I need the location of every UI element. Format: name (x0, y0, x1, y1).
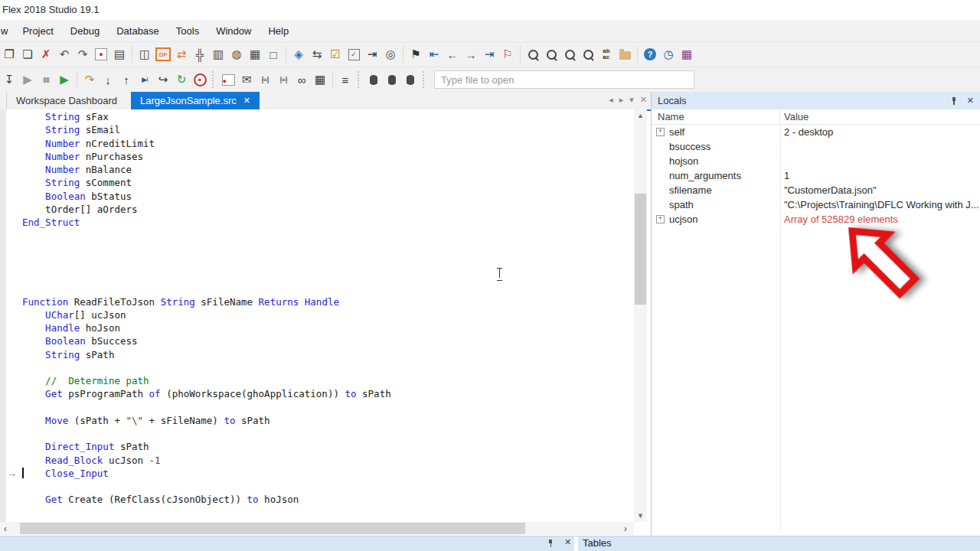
search-prev-icon[interactable] (542, 44, 560, 64)
run-to-cursor-icon[interactable]: ▶I (136, 70, 154, 90)
find-file-icon[interactable]: ◎ (381, 44, 400, 64)
scroll-up-icon[interactable]: ▲ (634, 109, 647, 122)
tab-largejsonsample-src[interactable]: LargeJsonSample.src✕ (131, 92, 260, 109)
table-explorer-icon[interactable]: ▦ (246, 44, 264, 64)
tab-close-icon[interactable]: ✕ (243, 96, 250, 106)
column-header-name[interactable]: Name (652, 109, 780, 124)
break-all-icon[interactable]: ■ (191, 70, 209, 90)
close-icon[interactable]: ✕ (564, 537, 571, 547)
print-icon[interactable]: ▤ (110, 44, 129, 64)
toggle-breakpoint-icon[interactable]: ● (219, 70, 237, 90)
search-in-files-icon[interactable] (579, 44, 597, 64)
compile-icon[interactable]: ◈ (289, 44, 308, 64)
undo-icon[interactable]: ↶ (55, 44, 74, 64)
scroll-right-icon[interactable]: › (620, 522, 631, 535)
org-chart-icon[interactable]: ╬ (191, 44, 209, 64)
locals-row-num_arguments[interactable]: num_arguments1 (652, 168, 980, 183)
menu-item-help[interactable]: Help (260, 20, 297, 41)
database-explorer-icon[interactable] (383, 70, 401, 90)
pin-icon[interactable] (950, 96, 958, 106)
web-database-icon[interactable] (401, 70, 420, 90)
delete-icon[interactable]: ✗ (37, 44, 55, 64)
tab-scroll-right-icon[interactable]: ▸ (619, 95, 624, 105)
switch-icon[interactable]: ⇆ (308, 44, 326, 64)
vertical-scrollbar[interactable]: ▲ ▼ (634, 109, 647, 522)
tables-panel-tab[interactable]: Tables (583, 537, 612, 549)
dataflex-icon[interactable]: DF (154, 44, 172, 64)
pin-icon[interactable] (547, 539, 554, 548)
locals-row-sfilename[interactable]: sfilename"CustomerData.json" (652, 183, 980, 197)
call-stack-icon[interactable]: ≡ (336, 70, 354, 90)
redo-icon[interactable]: ↷ (74, 44, 92, 64)
pause-icon[interactable]: ▮▮ (37, 70, 55, 90)
quick-watch-icon[interactable]: ∞ (292, 70, 311, 90)
first-bookmark-icon[interactable]: ⇤ (425, 44, 443, 64)
file-open-input[interactable] (434, 70, 694, 89)
global-watch-icon[interactable]: {∞} (274, 70, 292, 90)
code-editor[interactable]: String sFax String sEmail Number nCredit… (0, 109, 634, 522)
start-debug-icon[interactable]: ▶ (18, 70, 37, 90)
options-grid-icon[interactable]: ▦ (678, 44, 696, 64)
copy-icon[interactable]: ❐ (0, 44, 18, 64)
locals-row-spath[interactable]: spath"C:\Projects\Training\DFLC Working … (652, 197, 980, 212)
menu-item-project[interactable]: Project (14, 20, 61, 41)
menu-item-window[interactable]: Window (207, 20, 260, 41)
menu-item-database[interactable]: Database (108, 20, 168, 41)
locals-row-bsuccess[interactable]: bsuccess (652, 139, 980, 154)
step-out-icon[interactable]: ↑ (117, 70, 136, 90)
about-icon[interactable]: ◷ (659, 44, 678, 64)
column-header-value[interactable]: Value (780, 111, 808, 122)
set-next-statement-icon[interactable]: ↪ (154, 70, 172, 90)
search-next-icon[interactable] (560, 44, 579, 64)
help-icon[interactable]: ? (641, 44, 659, 64)
replace-icon[interactable]: ab ac (597, 44, 616, 64)
locals-row-ucjson[interactable]: +ucjsonArray of 525829 elements (652, 212, 980, 227)
run-export-icon[interactable]: ⇥ (363, 44, 381, 64)
column-divider[interactable] (780, 125, 781, 530)
clipboard-check-icon[interactable]: ✓ (345, 44, 363, 64)
browse-folder-icon[interactable] (616, 44, 634, 64)
step-into-icon[interactable]: ↓ (99, 70, 117, 90)
error-list-icon[interactable]: ☑ (326, 44, 345, 64)
menu-item-w[interactable]: w (0, 20, 14, 41)
menu-item-tools[interactable]: Tools (168, 20, 207, 41)
locals-row-self[interactable]: +self2 - desktop (652, 125, 980, 139)
toggle-bookmark-icon[interactable]: ⚑ (407, 44, 425, 64)
menu-item-debug[interactable]: Debug (62, 20, 108, 41)
record-macro-icon[interactable]: ● (92, 44, 110, 64)
clear-bookmarks-icon[interactable]: ⚐ (498, 44, 517, 64)
database-table-icon[interactable] (364, 70, 383, 90)
vertical-scroll-thumb[interactable] (635, 194, 646, 305)
scroll-left-icon[interactable]: ‹ (0, 522, 11, 535)
next-bookmark-icon[interactable]: → (462, 44, 480, 64)
transfer-icon[interactable]: ⇄ (172, 44, 191, 64)
paste-icon[interactable]: ❏ (18, 44, 37, 64)
send-report-icon[interactable]: ✉ (237, 70, 256, 90)
tab-workspace-dashboard[interactable]: Workspace Dashboard (6, 92, 126, 109)
step-over-icon[interactable]: ↷ (80, 70, 99, 90)
close-icon[interactable]: ✕ (967, 96, 974, 106)
horizontal-scrollbar[interactable]: ‹ › (0, 522, 634, 535)
tab-close-icon[interactable]: ✕ (640, 95, 647, 105)
form-list-icon[interactable]: ▥ (209, 44, 227, 64)
code-text[interactable]: String sFax String sEmail Number nCredit… (22, 110, 391, 522)
tab-scroll-left-icon[interactable]: ◂ (609, 95, 613, 105)
panels-icon[interactable]: ◫ (136, 44, 154, 64)
tab-list-dropdown-icon[interactable]: ▾ (629, 95, 634, 105)
horizontal-scroll-thumb[interactable] (20, 523, 525, 534)
locals-row-hojson[interactable]: hojson (652, 154, 980, 168)
run-program-icon[interactable]: ↧ (0, 70, 18, 90)
search-icon[interactable] (524, 44, 542, 64)
locals-window-icon[interactable]: ▦ (311, 70, 329, 90)
watch-window-icon[interactable]: [∞] (256, 70, 274, 90)
last-bookmark-icon[interactable]: ⇥ (480, 44, 498, 64)
expand-icon[interactable]: + (656, 215, 665, 223)
tab-label: LargeJsonSample.src (140, 95, 237, 106)
new-file-icon[interactable]: □ (264, 44, 283, 64)
prev-bookmark-icon[interactable]: ← (443, 44, 462, 64)
step-icon[interactable]: ▶ (55, 70, 74, 90)
palette-icon[interactable]: ◍ (227, 44, 246, 64)
scroll-down-icon[interactable]: ▼ (634, 510, 647, 522)
restart-icon[interactable]: ↻ (172, 70, 191, 90)
expand-icon[interactable]: + (656, 128, 665, 136)
